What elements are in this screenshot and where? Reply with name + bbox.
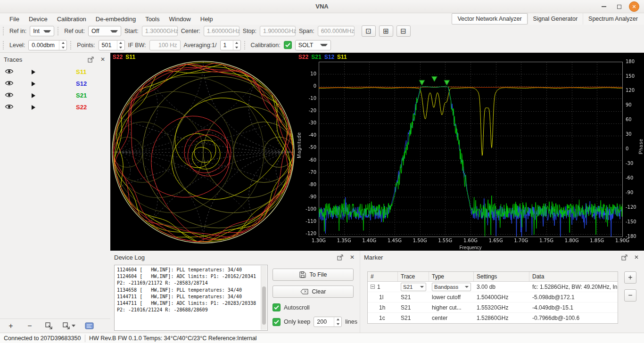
toolbar-grip[interactable] <box>3 27 5 35</box>
ref-out-select[interactable]: Off <box>88 26 121 36</box>
calibration-checkbox[interactable] <box>284 41 292 49</box>
center-field[interactable]: 1.60000GHz <box>204 26 239 36</box>
spin-down-icon[interactable] <box>334 322 341 327</box>
legend-s21[interactable]: S21 <box>311 54 321 60</box>
marker-settings-cell[interactable]: 1.55320GHz <box>474 304 529 311</box>
tab-spectrum-analyzer[interactable]: Spectrum Analyzer <box>583 13 643 24</box>
add-trace-button[interactable]: + <box>6 320 16 332</box>
collapse-expander-icon[interactable] <box>371 285 375 289</box>
close-button[interactable]: ✕ <box>629 1 639 12</box>
autoscroll-checkbox[interactable] <box>272 303 281 311</box>
averaging-label: Averaging:1/ <box>184 42 217 49</box>
toolbar-grip[interactable] <box>3 41 5 49</box>
marker-settings-cell[interactable]: 1.52860GHz <box>474 315 529 321</box>
visibility-eye-icon[interactable] <box>5 92 14 99</box>
spin-down-icon[interactable] <box>117 45 124 50</box>
marker-row[interactable]: 1l S21 lower cutoff 1.50400GHz -5.098db@… <box>368 292 618 302</box>
stop-field[interactable]: 1.90000GHz <box>260 26 296 36</box>
legend-s12[interactable]: S12 <box>324 54 334 60</box>
visibility-eye-icon[interactable] <box>5 104 14 111</box>
menu-de-embedding[interactable]: De-embedding <box>91 14 140 24</box>
minimize-button[interactable] <box>599 1 609 12</box>
scrollbar-thumb[interactable] <box>262 286 266 325</box>
marker-row[interactable]: 1 S21 Bandpass 3.00 db fc: 1.5286GHz, BW… <box>368 282 618 292</box>
only-keep-spinner[interactable]: 200 <box>314 317 342 327</box>
device-log-textarea[interactable]: 1124604 [ HW,INF]: PLL temperatures: 34/… <box>114 265 268 331</box>
menu-device[interactable]: Device <box>24 14 52 24</box>
menu-tools[interactable]: Tools <box>140 14 164 24</box>
toolbar-grip[interactable] <box>244 41 247 49</box>
marker-type-select[interactable]: Bandpass <box>432 283 471 291</box>
column-header-data[interactable]: Data <box>529 272 618 281</box>
averaging-spinner[interactable]: 1 <box>220 40 241 50</box>
screenshot-button[interactable] <box>43 320 54 332</box>
visibility-eye-icon[interactable] <box>5 80 14 88</box>
spin-up-icon[interactable] <box>117 41 124 45</box>
marker-trace-select[interactable]: S21 <box>401 283 426 291</box>
ref-in-select[interactable]: Int <box>30 26 54 36</box>
column-header-settings[interactable]: Settings <box>474 272 529 281</box>
spin-down-icon[interactable] <box>59 45 66 50</box>
log-clear-button[interactable]: Clear <box>272 286 354 298</box>
add-marker-button[interactable]: + <box>624 271 636 284</box>
trace-label-s11[interactable]: S11 <box>76 68 86 75</box>
float-panel-button[interactable] <box>87 56 94 63</box>
expand-arrow-icon[interactable] <box>32 105 35 110</box>
float-panel-button[interactable] <box>620 253 628 261</box>
close-panel-button[interactable]: ✕ <box>348 253 356 261</box>
toolbar-grip[interactable] <box>58 27 60 35</box>
level-spinner[interactable]: 0.00dbm <box>28 40 67 50</box>
log-to-file-button[interactable]: To File <box>272 269 354 281</box>
legend-s11[interactable]: S11 <box>337 54 347 60</box>
close-panel-button[interactable]: ✕ <box>633 253 640 261</box>
float-panel-button[interactable] <box>336 253 344 261</box>
expand-arrow-icon[interactable] <box>32 82 35 86</box>
console-button[interactable] <box>84 320 94 332</box>
expand-arrow-icon[interactable] <box>32 93 35 98</box>
export-menu-button[interactable] <box>62 320 75 332</box>
calibration-select[interactable]: SOLT <box>295 40 331 50</box>
magnitude-chart-canvas[interactable] <box>296 53 644 251</box>
column-header-type[interactable]: Type <box>429 272 474 281</box>
tab-vector-network-analyzer[interactable]: Vector Network Analyzer <box>452 13 527 24</box>
menu-help[interactable]: Help <box>196 14 218 24</box>
legend-s11[interactable]: S11 <box>125 54 135 60</box>
marker-row[interactable]: 1c S21 center 1.52860GHz -0.7966db@-100.… <box>368 313 618 323</box>
tab-signal-generator[interactable]: Signal Generator <box>528 13 583 24</box>
maximize-button[interactable] <box>614 1 624 12</box>
log-scrollbar[interactable] <box>261 266 267 330</box>
marker-row[interactable]: 1h S21 higher cut... 1.55320GHz -4.049db… <box>368 302 618 313</box>
column-header-id[interactable]: # <box>368 272 398 281</box>
marker-settings-cell[interactable]: 3.00 db <box>474 284 529 290</box>
remove-trace-button[interactable]: − <box>25 320 35 332</box>
legend-s22[interactable]: S22 <box>113 54 123 60</box>
menu-window[interactable]: Window <box>165 14 196 24</box>
trace-label-s12[interactable]: S12 <box>76 80 87 87</box>
spin-down-icon[interactable] <box>233 45 240 50</box>
autoscroll-label: Autoscroll <box>284 304 310 311</box>
legend-s22[interactable]: S22 <box>298 54 308 60</box>
column-header-trace[interactable]: Trace <box>398 272 429 281</box>
only-keep-checkbox[interactable] <box>272 318 281 326</box>
marker-settings-cell[interactable]: 1.50400GHz <box>474 294 529 301</box>
trace-label-s22[interactable]: S22 <box>76 104 87 111</box>
close-panel-button[interactable]: ✕ <box>99 56 107 63</box>
spin-up-icon[interactable] <box>334 317 341 322</box>
remove-marker-button[interactable]: − <box>624 289 636 302</box>
ifbw-field[interactable]: 100 Hz <box>149 40 181 50</box>
trace-label-s21[interactable]: S21 <box>76 92 87 99</box>
expand-arrow-icon[interactable] <box>32 70 35 74</box>
start-field[interactable]: 1.30000GHz <box>142 26 178 36</box>
menu-file[interactable]: File <box>5 14 24 24</box>
zoom-out-button[interactable]: ⊟ <box>396 25 411 37</box>
scale-button[interactable]: ⊡ <box>362 25 376 37</box>
span-field[interactable]: 600.000MHz <box>318 26 355 36</box>
smith-chart-canvas[interactable] <box>110 53 296 251</box>
zoom-in-button[interactable]: ⊞ <box>379 25 393 37</box>
visibility-eye-icon[interactable] <box>5 68 14 76</box>
menu-calibration[interactable]: Calibration <box>52 14 91 24</box>
spin-up-icon[interactable] <box>59 41 66 45</box>
toolbar-grip[interactable] <box>70 41 73 49</box>
spin-up-icon[interactable] <box>233 41 240 45</box>
points-spinner[interactable]: 501 <box>99 40 125 50</box>
